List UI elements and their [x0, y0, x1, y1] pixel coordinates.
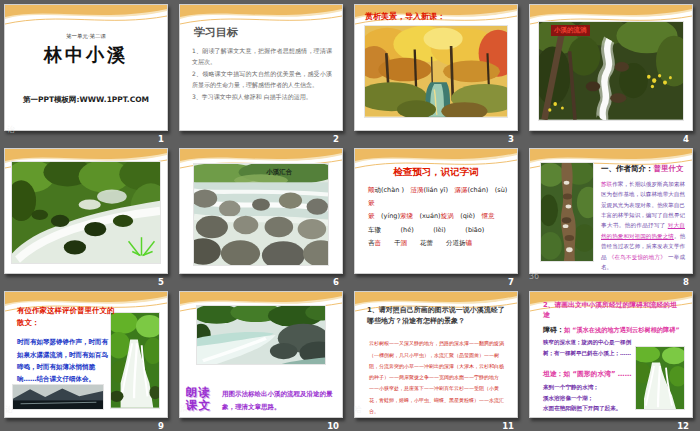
page-number: 11	[502, 421, 514, 431]
page-number: 9	[158, 421, 164, 431]
slide-thumbnail-4[interactable]: 小溪的流淌	[529, 4, 693, 131]
slide-thumbnail-2[interactable]: 学习目标 1、朗读了解课文大意，把握作者思想感情，理清课文层次。 2、领略课文中…	[179, 4, 343, 131]
slide-grid: 第一单元·第二课 林中小溪 第一PPT模板网:WWW.1PPT.COM 1 学习…	[0, 0, 700, 431]
objective-item: 1、朗读了解课文大意，把握作者思想感情，理清课文层次。	[192, 45, 332, 67]
rocky-river-photo: 小溪汇合	[193, 163, 329, 267]
smooth-detail-line: 来到一个宁静的水湾；	[543, 382, 635, 392]
slide-thumbnail-5[interactable]	[4, 148, 168, 275]
unit-label: 第一单元·第二课	[5, 33, 167, 40]
smooth-detail-line: 水面在艳阳朗照下开阔了起来。	[543, 403, 635, 413]
wordart-read-text: 朗读课文	[186, 386, 216, 411]
vocab-line: 颤动(chàn ) 涟漪(lián yī) 潺潺(chán) (sù)簌	[368, 184, 508, 211]
watermark: 诒	[7, 124, 15, 135]
wave-decoration	[5, 5, 167, 29]
quote-body: 时而有如琴瑟铮铮作声，时而有如泉水潺潺流淌，时而有如百鸟啼鸣，时而有如薄冰悄悄脆…	[17, 336, 109, 385]
obstacle-label: 障碍：	[543, 326, 564, 334]
objective-item: 2、领略课文中描写的大自然的优美景色，感受小溪所显示的生命力量，理解感悟作者的人…	[192, 68, 332, 90]
photo-caption: 小溪汇合	[266, 168, 292, 177]
obstacle-detail: 狭窄的深水道；旋涡的中心是一棵倒树；有一棵树早已斜在小溪上；……	[543, 337, 631, 357]
page-number: 5	[158, 277, 164, 287]
question2-title: 2、请画出文中小溪所经过的障碍和流经的坦途	[543, 301, 680, 321]
author-intro-title: 一、作者简介：普里什文	[601, 164, 684, 174]
forest-brook-photo	[540, 162, 594, 263]
forest-stream-photo: 小溪的流淌	[538, 21, 684, 121]
autumn-forest-painting	[364, 25, 508, 118]
task-instruction: 用图示法标绘出小溪的流程及沿途的景象，理清文章思路。	[222, 386, 338, 413]
slide-thumbnail-10[interactable]: 朗读课文 用图示法标绘出小溪的流程及沿途的景象，理清文章思路。	[179, 291, 343, 418]
objectives-list: 1、朗读了解课文大意，把握作者思想感情，理清课文层次。 2、领略课文中描写的大自…	[192, 45, 332, 103]
slide-thumbnail-12[interactable]: 2、请画出文中小溪所经过的障碍和流经的坦途 障碍：如 “溪水在浅的地方遇到云杉树…	[529, 291, 693, 418]
page-number: 1	[158, 134, 164, 144]
slide-cell-10: 朗读课文 用图示法标绘出小溪的流程及沿途的景象，理清文章思路。 10	[175, 287, 350, 431]
vocab-line: 吝啬 干涸 花蕾 分道扬镳	[368, 237, 508, 250]
page-number: 4	[683, 134, 689, 144]
author-bio: 苏联作家，长期以俄罗斯高加索林 区为创作基地，以森林地带大自然景观风光为表现对象…	[601, 179, 685, 273]
slide-cell-11: 1、请对照自己所画的图示说一说小溪流经了哪些地方？沿途有怎样的景象？ 云杉树根—…	[350, 287, 525, 431]
obstacle-example: 如 “溪水在浅的地方遇到云杉树根的障碍”	[564, 326, 679, 333]
task-row: 朗读课文 用图示法标绘出小溪的流程及沿途的景象，理清文章思路。	[186, 386, 338, 413]
photo-caption-banner: 小溪的流淌	[551, 25, 590, 36]
vocab-check-title: 检查预习，识记字词	[355, 166, 517, 179]
slide-cell-1: 第一单元·第二课 林中小溪 第一PPT模板网:WWW.1PPT.COM 1	[0, 0, 175, 144]
slide-cell-6: 小溪汇合 6	[175, 144, 350, 288]
watermark: 诒	[5, 404, 13, 415]
slide-cell-9: 有位作家这样评价普里什文的散文： 时而有如琴瑟铮铮作声，时而有如泉水潺潺流淌，时…	[0, 287, 175, 431]
page-number: 12	[677, 421, 689, 431]
smooth-detail: 来到一个宁静的水湾； 溪水溶溶像一个湖； 水面在艳阳朗照下开阔了起来。	[543, 382, 635, 413]
template-site-footer: 第一PPT模板网:WWW.1PPT.COM	[5, 95, 167, 105]
objectives-title: 学习目标	[194, 25, 238, 40]
mossy-stream-photo	[11, 161, 161, 265]
slide-cell-5: 5	[0, 144, 175, 288]
author-intro-prefix: 一、作者简介：	[601, 164, 654, 173]
page-number: 3	[508, 134, 514, 144]
slide-cell-3: 赏析美景，导入新课： 3	[350, 0, 525, 144]
vocab-line: 车辙 (hé) (lèi) (biāo)	[368, 224, 508, 237]
slide-cell-7: 检查预习，识记字词 颤动(chàn ) 涟漪(lián yī) 潺潺(chán)…	[350, 144, 525, 288]
slide-thumbnail-1[interactable]: 第一单元·第二课 林中小溪 第一PPT模板网:WWW.1PPT.COM	[4, 4, 168, 131]
slide-cell-4: 小溪的流淌 4	[525, 0, 700, 144]
slide-cell-12: 2、请画出文中小溪所经过的障碍和流经的坦途 障碍：如 “溪水在浅的地方遇到云杉树…	[525, 287, 700, 431]
question-title: 1、请对照自己所画的图示说一说小溪流经了哪些地方？沿途有怎样的景象？	[367, 305, 509, 326]
intro-title: 赏析美景，导入新课：	[365, 11, 445, 22]
mountain-lake-photo	[12, 384, 104, 410]
page-number: 10	[327, 421, 339, 431]
smooth-detail-line: 溪水溶溶像一个湖；	[543, 393, 635, 403]
quote-title: 有位作家这样评价普里什文的散文：	[17, 305, 121, 328]
misty-stream-photo	[196, 305, 326, 365]
watermark: 哈	[354, 404, 362, 415]
watermark: 36	[529, 272, 539, 281]
slide-thumbnail-9[interactable]: 有位作家这样评价普里什文的散文： 时而有如琴瑟铮铮作声，时而有如泉水潺潺流淌，时…	[4, 291, 168, 418]
smooth-example: 如 “圆形的水湾” ……	[563, 370, 631, 378]
watermark: 洽	[180, 403, 188, 414]
page-number: 2	[333, 134, 339, 144]
slide-cell-2: 学习目标 1、朗读了解课文大意，把握作者思想感情，理清课文层次。 2、领略课文中…	[175, 0, 350, 144]
vocabulary-list: 颤动(chàn ) 涟漪(lián yī) 潺潺(chán) (sù)簌 簌 (…	[368, 184, 508, 251]
page-number: 7	[508, 277, 514, 287]
lesson-title: 林中小溪	[5, 43, 167, 67]
page-number: 6	[333, 277, 339, 287]
stream-route-answer: 云杉树根——又深又静的地方，挡路的深水潭——翻腾的旋涡（一棵倒树，几只小甲虫），…	[369, 338, 505, 417]
slide-thumbnail-3[interactable]: 赏析美景，导入新课：	[354, 4, 518, 131]
slide-thumbnail-11[interactable]: 1、请对照自己所画的图示说一说小溪流经了哪些地方？沿途有怎样的景象？ 云杉树根—…	[354, 291, 518, 418]
vocab-line: 簌 (yíng)萦绕 (xuán)旋涡 (qiè) 惬意	[368, 210, 508, 223]
slide-cell-8: 一、作者简介：普里什文 苏联作家，长期以俄罗斯高加索林 区为创作基地，以森林地带…	[525, 144, 700, 288]
obstacle-line: 障碍：如 “溪水在浅的地方遇到云杉树根的障碍”	[543, 325, 684, 335]
objective-item: 3、学习课文中拟人修辞和 白描手法的运用。	[192, 91, 332, 102]
slide-thumbnail-7[interactable]: 检查预习，识记字词 颤动(chàn ) 涟漪(lián yī) 潺潺(chán)…	[354, 148, 518, 275]
waterfall-photo-small	[635, 346, 685, 410]
author-name: 普里什文	[654, 164, 684, 173]
slide-thumbnail-6[interactable]: 小溪汇合	[179, 148, 343, 275]
page-number: 8	[683, 277, 689, 287]
slide-thumbnail-8[interactable]: 一、作者简介：普里什文 苏联作家，长期以俄罗斯高加索林 区为创作基地，以森林地带…	[529, 148, 693, 275]
smooth-label: 坦途：	[543, 370, 563, 378]
smooth-line: 坦途：如 “圆形的水湾” ……	[543, 369, 631, 379]
